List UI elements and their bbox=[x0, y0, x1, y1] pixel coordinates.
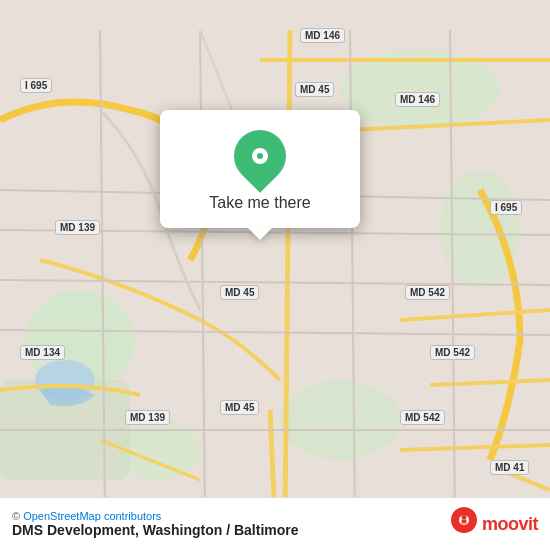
road-label-md45-mid: MD 45 bbox=[220, 285, 259, 300]
road-label-md45-bot: MD 45 bbox=[220, 400, 259, 415]
road-label-md146-1: MD 146 bbox=[300, 28, 345, 43]
moovit-logo: moovit bbox=[450, 506, 538, 542]
osm-link[interactable]: OpenStreetMap contributors bbox=[23, 510, 161, 522]
road-label-md45-top: MD 45 bbox=[295, 82, 334, 97]
map-background bbox=[0, 0, 550, 550]
road-label-md542-1: MD 542 bbox=[405, 285, 450, 300]
take-me-there-button[interactable]: Take me there bbox=[209, 194, 310, 212]
road-label-md134: MD 134 bbox=[20, 345, 65, 360]
popup-card: Take me there bbox=[160, 110, 360, 228]
road-label-md41: MD 41 bbox=[490, 460, 529, 475]
pin-inner bbox=[252, 148, 268, 164]
location-title: DMS Development, Washington / Baltimore bbox=[12, 522, 299, 538]
bottom-bar: © OpenStreetMap contributors DMS Develop… bbox=[0, 497, 550, 550]
location-pin-icon bbox=[223, 119, 297, 193]
road-label-md146-2: MD 146 bbox=[395, 92, 440, 107]
osm-credit: © OpenStreetMap contributors bbox=[12, 510, 299, 522]
moovit-brand-text: moovit bbox=[482, 514, 538, 535]
svg-point-10 bbox=[461, 515, 466, 520]
svg-point-3 bbox=[280, 380, 400, 460]
road-label-md695-top: I 695 bbox=[20, 78, 52, 93]
bottom-left-info: © OpenStreetMap contributors DMS Develop… bbox=[12, 510, 299, 538]
pin-dot bbox=[252, 148, 268, 164]
road-label-md542-3: MD 542 bbox=[400, 410, 445, 425]
road-label-md542-2: MD 542 bbox=[430, 345, 475, 360]
svg-rect-11 bbox=[461, 520, 466, 524]
road-label-md139-2: MD 139 bbox=[125, 410, 170, 425]
road-label-i695-right: I 695 bbox=[490, 200, 522, 215]
map-container: I 695MD 45MD 146MD 146I 695I 695MD 139MD… bbox=[0, 0, 550, 550]
road-label-md139-1: MD 139 bbox=[55, 220, 100, 235]
moovit-pin-icon bbox=[450, 506, 478, 542]
